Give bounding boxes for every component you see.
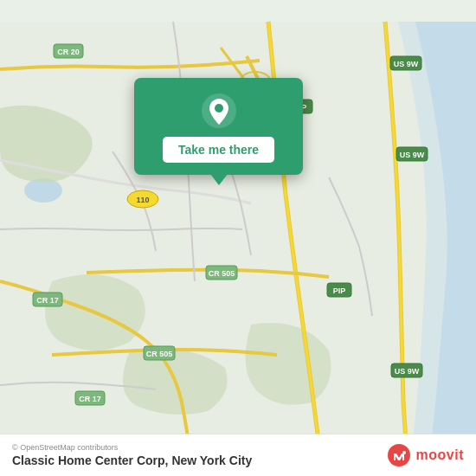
bottom-bar-left: © OpenStreetMap contributors Classic Hom…: [12, 443, 252, 467]
moovit-logo: moovit: [387, 443, 464, 467]
svg-text:CR 505: CR 505: [209, 269, 235, 278]
bottom-bar: © OpenStreetMap contributors Classic Hom…: [0, 434, 476, 476]
svg-text:CR 17: CR 17: [79, 395, 101, 403]
svg-text:CR 20: CR 20: [57, 48, 80, 56]
moovit-icon: [387, 443, 411, 467]
moovit-brand-text: moovit: [416, 447, 464, 463]
svg-point-28: [402, 451, 406, 454]
location-pin-icon: [200, 92, 238, 130]
map-background: CR 20 US 9W US 9W PIP 110 CR 505 CR 17 C…: [0, 0, 476, 476]
take-me-there-button[interactable]: Take me there: [163, 137, 274, 163]
svg-text:110: 110: [136, 196, 149, 204]
svg-text:US 9W: US 9W: [394, 60, 419, 68]
svg-text:US 9W: US 9W: [395, 367, 420, 376]
svg-text:CR 17: CR 17: [36, 296, 59, 305]
location-name: Classic Home Center Corp, New York City: [12, 453, 252, 467]
svg-text:US 9W: US 9W: [400, 151, 425, 159]
svg-point-26: [215, 104, 223, 113]
svg-text:CR 505: CR 505: [146, 350, 173, 358]
svg-text:PIP: PIP: [333, 286, 346, 295]
popup-card: Take me there: [134, 78, 303, 175]
map-container: CR 20 US 9W US 9W PIP 110 CR 505 CR 17 C…: [0, 0, 476, 476]
attribution-text: © OpenStreetMap contributors: [12, 443, 252, 452]
svg-point-27: [388, 444, 410, 466]
